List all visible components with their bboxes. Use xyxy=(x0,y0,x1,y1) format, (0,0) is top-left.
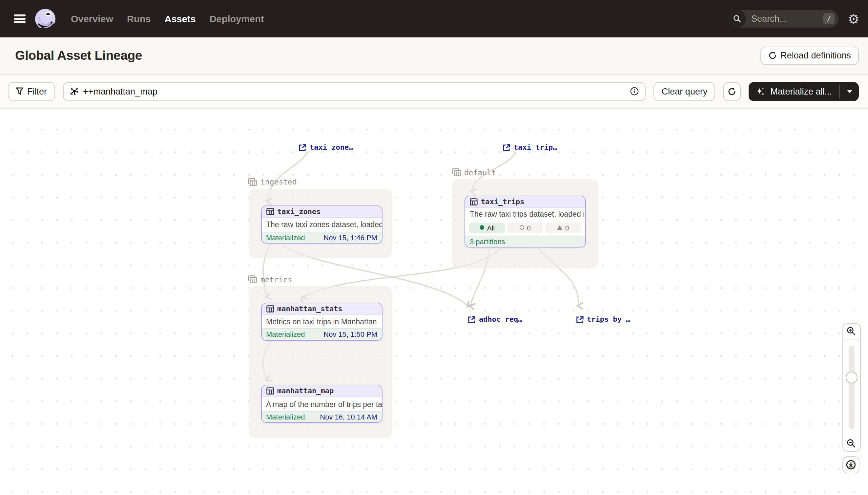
settings-gear-icon[interactable]: ⚙ xyxy=(848,12,860,25)
layered-table-icon xyxy=(248,177,257,186)
materialized-status: Materialized xyxy=(266,413,305,421)
external-asset-link-trips_by[interactable]: trips_by_… xyxy=(576,315,630,324)
external-asset-label: taxi_zone… xyxy=(310,143,353,152)
zoom-in-button[interactable] xyxy=(843,323,861,339)
asset-name: taxi_zones xyxy=(277,207,320,216)
external-link-icon xyxy=(299,143,306,151)
asset-node-manhattan_map[interactable]: manhattan_map A map of the number of tri… xyxy=(261,385,383,423)
filter-button[interactable]: Filter xyxy=(7,82,55,101)
partitions-missing-pill[interactable]: 0 xyxy=(507,223,544,233)
external-asset-link-taxi_trip[interactable]: taxi_trip… xyxy=(502,143,557,152)
external-asset-label: adhoc_req… xyxy=(479,315,522,324)
funnel-icon xyxy=(15,88,23,96)
asset-node-header: manhattan_map xyxy=(262,386,382,397)
asset-description: A map of the number of trips per taxi z.… xyxy=(262,397,382,411)
partitions-count[interactable]: 3 partitions xyxy=(470,238,505,245)
partitions-failed-pill[interactable]: 0 xyxy=(545,223,581,233)
asset-node-header: taxi_trips xyxy=(465,196,585,208)
asset-name: manhattan_map xyxy=(277,387,334,395)
materialize-dropdown-button[interactable] xyxy=(840,82,859,101)
dagster-logo-icon[interactable] xyxy=(34,7,56,30)
asset-node-taxi_zones[interactable]: taxi_zones The raw taxi zones dataset, l… xyxy=(261,205,383,243)
asset-node-footer: Materialized Nov 15, 1:50 PM xyxy=(262,328,382,340)
asset-description: The raw taxi zones dataset, loaded int..… xyxy=(262,218,382,232)
query-info-icon[interactable] xyxy=(630,87,639,96)
group-label-ingested[interactable]: ingested xyxy=(248,177,297,186)
page-header: Global Asset Lineage Reload definitions xyxy=(0,37,868,74)
asset-query-input[interactable]: ++manhattan_map xyxy=(63,82,646,101)
graph-query-icon xyxy=(69,87,78,96)
asset-name: manhattan_stats xyxy=(277,304,342,313)
external-link-icon xyxy=(468,315,476,323)
refresh-graph-button[interactable] xyxy=(723,82,741,101)
asset-node-header: taxi_zones xyxy=(262,206,382,218)
materialize-all-main[interactable]: Materialize all... xyxy=(749,82,839,101)
group-name: metrics xyxy=(261,275,292,284)
materialized-status: Materialized xyxy=(266,330,305,338)
pill-label: All xyxy=(487,224,495,232)
nav-runs[interactable]: Runs xyxy=(127,14,151,24)
group-name: default xyxy=(464,168,496,177)
reload-icon xyxy=(768,52,777,60)
table-icon xyxy=(266,388,274,395)
lineage-graph-canvas[interactable]: ingested default metrics taxi_zo xyxy=(0,109,868,495)
zoom-slider[interactable] xyxy=(843,339,861,435)
table-icon xyxy=(266,305,274,312)
asset-name: taxi_trips xyxy=(481,198,524,206)
sparkle-icon xyxy=(756,87,766,97)
lineage-edges xyxy=(0,109,868,495)
external-asset-label: taxi_trip… xyxy=(514,143,557,152)
clear-query-button[interactable]: Clear query xyxy=(654,82,715,101)
nav-overview[interactable]: Overview xyxy=(71,14,113,24)
query-value: ++manhattan_map xyxy=(83,87,625,97)
asset-description: Metrics on taxi trips in Manhattan xyxy=(262,315,382,328)
warning-triangle-icon xyxy=(557,225,563,230)
primary-nav: Overview Runs Assets Deployment xyxy=(71,14,264,24)
asset-node-footer: Materialized Nov 15, 1:46 PM xyxy=(262,232,382,243)
download-icon xyxy=(846,460,856,470)
asset-node-manhattan_stats[interactable]: manhattan_stats Metrics on taxi trips in… xyxy=(261,302,383,340)
filter-label: Filter xyxy=(27,87,47,97)
hamburger-menu-icon[interactable] xyxy=(14,14,25,23)
materialized-status: Materialized xyxy=(266,234,305,242)
zoom-slider-rail xyxy=(849,345,854,429)
download-view-button[interactable] xyxy=(843,456,860,473)
zoom-in-icon xyxy=(847,326,856,336)
materialize-all-label: Materialize all... xyxy=(770,87,832,97)
materialized-date[interactable]: Nov 16, 10:14 AM xyxy=(320,413,377,421)
reload-definitions-label: Reload definitions xyxy=(780,51,851,61)
materialized-date[interactable]: Nov 15, 1:50 PM xyxy=(323,330,377,338)
asset-node-footer: 3 partitions xyxy=(465,236,585,247)
partition-status-pills: All 0 0 xyxy=(465,220,585,236)
external-asset-label: trips_by_… xyxy=(587,315,630,324)
external-asset-link-taxi_zone[interactable]: taxi_zone… xyxy=(299,143,353,152)
group-name: ingested xyxy=(261,177,297,186)
search-placeholder: Search... xyxy=(751,14,823,24)
lineage-toolbar: Filter ++manhattan_map Clear query xyxy=(0,74,868,109)
partitions-success-pill[interactable]: All xyxy=(469,223,506,233)
table-icon xyxy=(266,208,274,215)
materialize-all-button[interactable]: Materialize all... xyxy=(749,82,859,101)
missing-ring-icon xyxy=(520,225,524,230)
asset-node-taxi_trips[interactable]: taxi_trips The raw taxi trips dataset, l… xyxy=(464,195,586,248)
table-icon xyxy=(470,198,478,205)
zoom-out-icon xyxy=(847,438,856,448)
nav-assets[interactable]: Assets xyxy=(165,14,196,24)
group-label-metrics[interactable]: metrics xyxy=(248,275,292,284)
zoom-slider-handle[interactable] xyxy=(846,372,857,383)
asset-node-footer: Materialized Nov 16, 10:14 AM xyxy=(262,411,382,423)
refresh-icon xyxy=(728,87,736,96)
materialized-date[interactable]: Nov 15, 1:46 PM xyxy=(323,234,377,242)
external-link-icon xyxy=(502,143,510,151)
reload-definitions-button[interactable]: Reload definitions xyxy=(760,47,859,65)
external-asset-link-adhoc_req[interactable]: adhoc_req… xyxy=(468,315,522,324)
clear-query-label: Clear query xyxy=(662,87,708,97)
asset-description: The raw taxi trips dataset, loaded into … xyxy=(465,208,585,220)
global-search-input[interactable]: Search... / xyxy=(728,10,838,28)
zoom-out-button[interactable] xyxy=(843,435,861,452)
nav-deployment[interactable]: Deployment xyxy=(210,14,264,24)
layered-table-icon xyxy=(248,275,257,284)
success-dot-icon xyxy=(480,225,484,230)
group-label-default[interactable]: default xyxy=(452,168,496,177)
search-shortcut-key: / xyxy=(823,13,835,24)
